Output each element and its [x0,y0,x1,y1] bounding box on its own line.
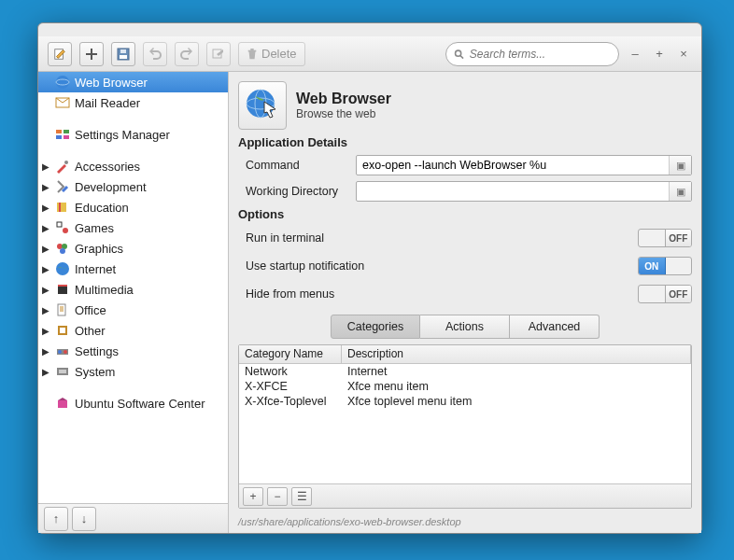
run-terminal-label: Run in terminal [246,231,638,245]
wd-browse-button[interactable]: ▣ [669,182,691,201]
sidebar-item[interactable]: ▶Games [38,217,228,238]
expand-icon[interactable]: ▶ [42,264,49,274]
sidebar-item-label: Games [75,221,114,235]
app-tree[interactable]: Web BrowserMail ReaderSettings Manager▶A… [38,72,228,503]
sidebar-item[interactable]: ▶Accessories [38,156,228,176]
svg-point-13 [64,161,68,164]
cell-name: X-XFCE [239,379,342,394]
svg-rect-24 [58,304,65,315]
svg-point-20 [60,248,65,254]
sidebar-item-label: Graphics [75,242,123,256]
launch-button[interactable] [206,42,231,66]
edit-file-button[interactable] [48,42,72,66]
svg-rect-9 [56,130,62,133]
sidebar-item[interactable]: Ubuntu Software Center [38,393,228,413]
expand-icon[interactable]: ▶ [42,203,49,213]
expand-icon[interactable]: ▶ [42,326,49,336]
sidebar-item[interactable]: Web Browser [38,72,228,92]
move-up-button[interactable]: ↑ [44,507,68,531]
redo-icon [180,48,193,61]
office-icon [55,302,70,317]
search-input[interactable] [470,48,611,61]
cell-name: X-Xfce-Toplevel [239,394,342,409]
sidebar-item-label: Multimedia [75,283,134,297]
add-button[interactable] [79,42,104,66]
move-down-button[interactable]: ↓ [72,507,96,531]
settings-cat-icon [55,343,70,358]
sidebar-item[interactable]: ▶Education [38,197,228,217]
app-subtitle: Browse the web [296,107,391,120]
sidebar-item[interactable]: ▶System [38,361,228,382]
hide-menus-toggle[interactable]: OFF [638,285,692,303]
sidebar-item[interactable]: ▶Graphics [38,238,228,259]
svg-point-21 [56,262,69,275]
expand-icon[interactable]: ▶ [42,223,49,233]
maximize-button[interactable]: + [651,46,668,63]
svg-rect-14 [57,203,66,212]
titlebar[interactable] [38,23,701,36]
search-box[interactable] [445,42,619,66]
tab-categories[interactable]: Categories [331,315,420,339]
command-input[interactable] [357,159,669,172]
edit-icon [53,48,66,61]
sidebar: Web BrowserMail ReaderSettings Manager▶A… [38,72,229,533]
accessories-icon [55,159,70,174]
category-add-button[interactable]: + [243,487,263,506]
expand-icon[interactable]: ▶ [42,305,49,315]
sidebar-item-label: Other [75,324,106,338]
delete-button[interactable]: Delete [238,42,305,66]
graphics-icon [55,241,70,256]
svg-point-5 [456,50,461,56]
sidebar-item-label: Internet [75,262,116,276]
run-terminal-toggle[interactable]: OFF [638,229,692,247]
mail-icon [55,95,70,110]
table-row[interactable]: NetworkInternet [239,364,691,379]
app-icon-button[interactable] [238,81,287,130]
sidebar-item[interactable]: ▶Internet [38,259,228,279]
minimize-button[interactable]: – [627,46,643,63]
startup-notif-toggle[interactable]: ON [638,257,692,275]
tab-advanced[interactable]: Advanced [510,315,600,339]
sidebar-item[interactable]: ▶Office [38,300,228,320]
sidebar-item[interactable]: ▶Multimedia [38,279,228,300]
table-body[interactable]: NetworkInternetX-XFCEXfce menu itemX-Xfc… [239,364,691,483]
trash-icon [247,49,258,60]
properties-icon: ☰ [297,490,307,503]
expand-icon[interactable]: ▶ [42,346,49,357]
globe-cursor-icon [244,87,281,124]
folder-icon: ▣ [676,160,685,172]
sidebar-item[interactable]: ▶Other [38,320,228,341]
expand-icon[interactable]: ▶ [42,161,49,172]
sidebar-item[interactable]: ▶Settings [38,341,228,361]
search-icon [454,49,464,60]
expand-icon[interactable]: ▶ [42,182,49,192]
sidebar-item[interactable]: Mail Reader [38,92,228,113]
close-button[interactable]: × [675,46,692,63]
category-remove-button[interactable]: − [267,487,288,506]
sidebar-item[interactable]: ▶Development [38,176,228,197]
wd-input[interactable] [357,185,669,198]
wd-field-wrap: ▣ [356,181,692,202]
tab-actions[interactable]: Actions [420,315,510,339]
globe-icon [55,75,70,90]
redo-button[interactable] [175,42,199,66]
table-row[interactable]: X-XFCEXfce menu item [239,379,691,394]
col-category-name[interactable]: Category Name [239,345,342,363]
expand-icon[interactable]: ▶ [42,285,49,295]
undo-button[interactable] [143,42,167,66]
expand-icon[interactable]: ▶ [42,244,49,254]
save-button[interactable] [111,42,135,66]
expand-icon[interactable]: ▶ [42,367,49,377]
sidebar-item-label: Education [75,201,129,215]
svg-rect-10 [64,130,69,133]
table-row[interactable]: X-Xfce-ToplevelXfce toplevel menu item [239,394,691,409]
settings-icon [55,127,70,142]
desktop-file-path: /usr/share/applications/exo-web-browser.… [238,514,692,527]
category-edit-button[interactable]: ☰ [291,487,312,506]
col-description[interactable]: Description [342,345,691,363]
command-browse-button[interactable]: ▣ [669,156,691,175]
sidebar-item-label: System [75,365,115,379]
svg-rect-23 [58,285,67,287]
internet-icon [55,261,70,276]
sidebar-item[interactable]: Settings Manager [38,124,228,145]
